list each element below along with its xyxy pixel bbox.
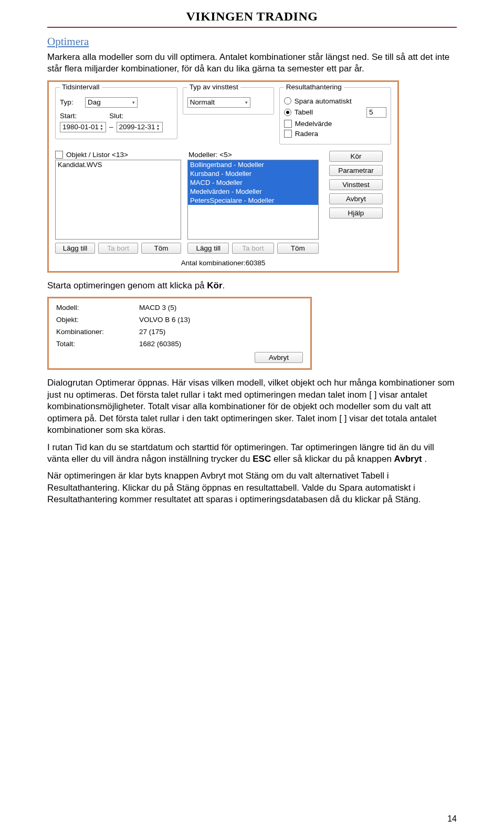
vinsttest-combo[interactable]: Normalt ▾: [187, 97, 250, 108]
typ-combo-value: Dag: [88, 98, 101, 106]
objekt-lagg-till-button[interactable]: Lägg till: [55, 243, 95, 254]
page-title: VIKINGEN TRADING: [47, 9, 457, 24]
modell-value: MACD 3 (5): [124, 304, 303, 312]
checkbox-objekt-listor[interactable]: Objekt / Listor <13>: [55, 151, 128, 159]
totalt-label: Totalt:: [56, 340, 124, 348]
checkbox-medelvarde-label: Medelvärde: [295, 120, 332, 128]
paragraph-intro: Markera alla modeller som du vill optime…: [47, 51, 457, 75]
vinsttest-combo-value: Normalt: [190, 98, 215, 106]
modeller-ta-bort-button[interactable]: Ta bort: [232, 243, 274, 254]
vinsttest-button[interactable]: Vinsttest: [329, 179, 383, 190]
slut-date-value: 2099-12-31: [119, 123, 155, 131]
typ-label: Typ:: [60, 98, 82, 106]
totalt-value: 1682 (60385): [124, 340, 303, 348]
list-item[interactable]: MACD - Modeller: [188, 178, 318, 187]
spin-icon: ▲▼: [156, 123, 160, 131]
modeller-listbox[interactable]: Bollingerband - Modeller Kursband - Mode…: [187, 160, 319, 240]
tabell-count-input[interactable]: 5: [366, 107, 386, 118]
group-tidsintervall-legend: Tidsintervall: [60, 83, 102, 91]
slut-label: Slut:: [109, 112, 123, 120]
kombinationer-label: Kombinationer:: [56, 328, 124, 336]
start-date-input[interactable]: 1980-01-01 ▲▼: [60, 122, 106, 132]
page-number: 14: [447, 814, 457, 824]
action-buttons: Kör Parametrar Vinsttest Avbryt Hjälp: [325, 151, 383, 219]
avbryt-button[interactable]: Avbryt: [329, 193, 383, 204]
group-resultathantering-legend: Resultathantering: [284, 83, 344, 91]
list-item[interactable]: Kandidat.WVS: [56, 160, 181, 169]
slut-date-input[interactable]: 2099-12-31 ▲▼: [117, 122, 163, 132]
start-label: Start:: [60, 112, 77, 120]
kor-button[interactable]: Kör: [329, 151, 383, 162]
modeller-label: Modeller: <5>: [188, 151, 232, 159]
start-date-value: 1980-01-01: [62, 123, 99, 131]
objekt-column: Objekt / Listor <13> Kandidat.WVS Lägg t…: [55, 151, 181, 254]
radio-spara-label: Spara automatiskt: [295, 97, 352, 105]
title-rule: [47, 27, 457, 28]
paragraph-finish: När optimeringen är klar byts knappen Av…: [47, 470, 457, 505]
chevron-down-icon: ▾: [245, 100, 248, 105]
objekt-ta-bort-button[interactable]: Ta bort: [98, 243, 138, 254]
radio-spara-automatiskt[interactable]: Spara automatiskt: [284, 97, 352, 105]
kombinationer-value: 27 (175): [124, 328, 303, 336]
spin-icon: ▲▼: [100, 123, 103, 131]
objekt-listor-label: Objekt / Listor <13>: [66, 151, 128, 159]
group-vinsttest: Typ av vinsttest Normalt ▾: [183, 87, 274, 115]
radio-tabell[interactable]: Tabell: [284, 108, 313, 116]
tabell-count-value: 5: [369, 108, 373, 116]
paragraph-tid: I rutan Tid kan du se startdatum och sta…: [47, 442, 457, 465]
group-tidsintervall: Tidsintervall Typ: Dag ▾ Start: Slut: 19…: [55, 87, 177, 139]
chevron-down-icon: ▾: [132, 100, 135, 105]
modeller-column: Modeller: <5> Bollingerband - Modeller K…: [187, 151, 319, 254]
parametrar-button[interactable]: Parametrar: [329, 165, 383, 176]
modell-label: Modell:: [56, 304, 124, 312]
paragraph-dialog-desc: Dialogrutan Optimerar öppnas. Här visas …: [47, 377, 457, 436]
date-dash: –: [109, 123, 113, 131]
checkbox-radera[interactable]: Radera: [284, 130, 318, 138]
section-heading: Optimera: [47, 35, 457, 48]
antal-kombinationer-label: Antal kombinationer:60385: [55, 259, 391, 267]
list-item[interactable]: Medelvärden - Modeller: [188, 187, 318, 196]
typ-combo[interactable]: Dag ▾: [85, 97, 138, 108]
modeller-lagg-till-button[interactable]: Lägg till: [187, 243, 229, 254]
dialog-optimera: Tidsintervall Typ: Dag ▾ Start: Slut: 19…: [47, 80, 399, 273]
group-resultathantering: Resultathantering Spara automatiskt Tabe…: [279, 87, 391, 144]
checkbox-medelvarde[interactable]: Medelvärde: [284, 120, 332, 128]
objekt-value: VOLVO B 6 (13): [124, 316, 303, 324]
objekt-label: Objekt:: [56, 316, 124, 324]
hjalp-button[interactable]: Hjälp: [329, 208, 383, 219]
list-item[interactable]: Bollingerband - Modeller: [188, 160, 318, 169]
paragraph-start: Starta optimeringen genom att klicka på …: [47, 280, 457, 292]
progress-avbryt-button[interactable]: Avbryt: [255, 352, 303, 363]
group-vinsttest-legend: Typ av vinsttest: [187, 83, 240, 91]
list-item[interactable]: Kursband - Modeller: [188, 169, 318, 178]
modeller-tom-button[interactable]: Töm: [277, 243, 319, 254]
objekt-tom-button[interactable]: Töm: [141, 243, 181, 254]
dialog-optimerar-progress: Modell: MACD 3 (5) Objekt: VOLVO B 6 (13…: [47, 297, 312, 370]
list-item[interactable]: PetersSpecialare - Modeller: [188, 196, 318, 205]
radio-tabell-label: Tabell: [295, 108, 313, 116]
objekt-listbox[interactable]: Kandidat.WVS: [55, 160, 181, 240]
checkbox-radera-label: Radera: [295, 130, 318, 138]
